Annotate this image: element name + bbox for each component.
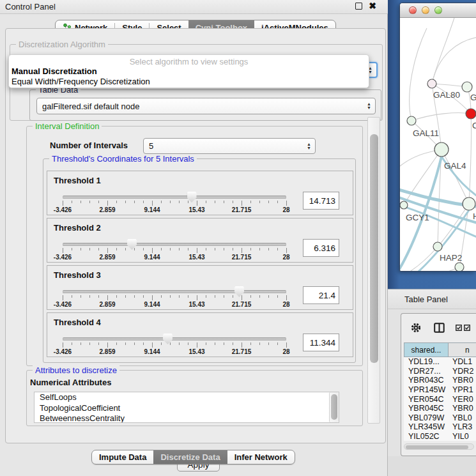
table-row[interactable]: YDR27...YDR2: [404, 367, 476, 376]
gear-icon[interactable]: [410, 322, 422, 334]
interval-definition-title: Interval Definition: [33, 121, 102, 131]
cell-name: YER0: [452, 395, 476, 404]
network-node[interactable]: [462, 82, 472, 92]
cyni-toolbox-panel: Discretization Algorithm ▲▼ Table Data g…: [5, 28, 386, 443]
network-node-gal11[interactable]: [407, 116, 416, 125]
panel-vertical-scrollbar[interactable]: [367, 117, 380, 424]
tab-discretize-data[interactable]: Discretize Data: [153, 450, 227, 464]
scrollbar-thumb[interactable]: [370, 134, 378, 363]
numerical-attributes-list[interactable]: SelfLoopsTopologicalCoefficientBetweenne…: [34, 392, 339, 423]
table-row[interactable]: YLR345WYLR3: [404, 422, 476, 432]
network-window-titlebar: [400, 3, 476, 18]
slider-tick-labels: -3.4262.8599.14415.4321.71528: [63, 206, 286, 214]
threshold-panel-2: Threshold 2-3.4262.8599.14415.4321.71528…: [47, 218, 353, 263]
table-row[interactable]: YBR043CYBR0: [404, 376, 476, 385]
algorithm-option-manual-discretization[interactable]: Manual Discretization: [9, 66, 369, 77]
threshold-label: Threshold 2: [54, 223, 101, 233]
cell-name: YPR1: [452, 385, 476, 394]
node-label: GCY1: [406, 213, 429, 222]
network-node-gal80[interactable]: [427, 79, 436, 88]
threshold-slider[interactable]: [63, 290, 286, 293]
table-body: YDL19...YDL1YDR27...YDR2YBR043CYBR0YPR14…: [404, 357, 476, 441]
cell-name: YLR3: [452, 422, 476, 431]
network-node[interactable]: [455, 263, 464, 272]
table-panel-titlebar: Table Panel: [388, 289, 476, 309]
network-node-gal4[interactable]: [434, 142, 449, 157]
table-row[interactable]: YBR045CYBR0: [404, 404, 476, 413]
network-node-h[interactable]: [463, 197, 475, 210]
threshold-slider[interactable]: [63, 337, 286, 341]
discretization-algorithm-title: Discretization Algorithm: [16, 40, 108, 49]
attribute-item-betweennesscentrality[interactable]: BetweennessCentrality: [35, 413, 330, 423]
table-row[interactable]: YDL19...YDL1: [404, 357, 476, 367]
network-node[interactable]: [466, 109, 476, 119]
number-of-intervals-value: 5: [149, 141, 153, 151]
tab-impute-data[interactable]: Impute Data: [92, 450, 153, 464]
zoom-traffic-light-icon[interactable]: [434, 6, 442, 14]
slider-ticks: [63, 248, 286, 254]
cell-name: YDR2: [452, 367, 476, 376]
cell-name: YDL1: [452, 357, 476, 366]
attribute-item-topologicalcoefficient[interactable]: TopologicalCoefficient: [35, 403, 330, 414]
slider-tick-labels: -3.4262.8599.14415.4321.71528: [63, 301, 286, 309]
number-of-intervals-label: Number of Intervals: [50, 141, 128, 150]
cell-name: YBR0: [452, 376, 476, 385]
cell-name: YIL0: [452, 432, 476, 441]
scrollbar-thumb[interactable]: [406, 445, 468, 449]
threshold-value-field[interactable]: 21.4: [303, 286, 339, 304]
threshold-slider[interactable]: [63, 243, 286, 246]
threshold-panel-4: Threshold 4-3.4262.8599.14415.4321.71528…: [47, 312, 353, 357]
network-canvas[interactable]: GAL80GAL11GAL4GCY1HHAP2GC: [400, 18, 476, 272]
control-panel-titlebar: Control Panel ✖: [0, 0, 388, 14]
network-node-hap2[interactable]: [433, 242, 442, 251]
scrollbar-thumb[interactable]: [331, 394, 337, 420]
algorithm-prompt: Select algorithm to view settings: [9, 55, 369, 66]
checkbox-icon[interactable]: [464, 325, 470, 331]
table-row[interactable]: YPR145WYPR1: [404, 385, 476, 395]
cell-shared-name: YDR27...: [404, 367, 452, 376]
checkbox-icon[interactable]: [456, 325, 462, 331]
threshold-label: Threshold 1: [54, 176, 101, 185]
network-node-gcy1[interactable]: [400, 201, 408, 209]
numerical-attributes-label: Numerical Attributes: [30, 378, 111, 387]
table-row[interactable]: YBL079WYBL0: [404, 413, 476, 423]
slider-ticks: [63, 295, 286, 301]
list-vertical-scrollbar[interactable]: [329, 392, 339, 422]
slider-ticks: [63, 201, 286, 206]
cell-shared-name: YBR043C: [404, 376, 452, 385]
threshold-value-field[interactable]: 14.713: [303, 192, 339, 210]
table-panel-title: Table Panel: [404, 295, 448, 304]
network-view-window[interactable]: GAL80GAL11GAL4GCY1HHAP2GC: [399, 3, 476, 272]
minimize-traffic-light-icon[interactable]: [422, 6, 429, 14]
column-header-shared[interactable]: shared...: [404, 342, 448, 357]
table-header-row: shared... n: [404, 342, 476, 357]
algorithm-dropdown-popup: Select algorithm to view settings Manual…: [8, 54, 369, 88]
threshold-slider[interactable]: [63, 196, 286, 199]
table-data-combobox[interactable]: galFiltered.sif default node ▲▼: [36, 98, 376, 114]
number-of-intervals-combobox[interactable]: 5 ▲▼: [143, 138, 316, 154]
tab-infer-network[interactable]: Infer Network: [227, 450, 295, 464]
table-data-value: galFiltered.sif default node: [42, 102, 139, 111]
table-row[interactable]: YIL052CYIL0: [404, 432, 476, 441]
split-columns-icon[interactable]: [434, 323, 445, 333]
table-toolbar: [401, 314, 476, 342]
algorithm-option-equal-width-frequency-discretization[interactable]: Equal Width/Frequency Discretization: [9, 77, 369, 87]
combo-stepper-icon: ▲▼: [307, 139, 311, 153]
column-header-name[interactable]: n: [448, 342, 476, 357]
control-panel: Control Panel ✖ NetworkStyleSelectCyni T…: [0, 0, 388, 476]
close-traffic-light-icon[interactable]: [409, 6, 417, 14]
float-window-icon[interactable]: [355, 3, 362, 10]
close-icon[interactable]: ✖: [369, 3, 376, 10]
table-horizontal-scrollbar[interactable]: [404, 443, 474, 450]
thresholds-group-title: Threshold's Coordinates for 5 Intervals: [49, 154, 197, 164]
cell-shared-name: YPR145W: [404, 385, 452, 394]
threshold-label: Threshold 4: [54, 318, 101, 327]
threshold-value-field[interactable]: 11.344: [303, 334, 339, 351]
threshold-label: Threshold 3: [54, 270, 101, 280]
panel-title: Control Panel: [5, 2, 56, 12]
threshold-value-field[interactable]: 6.316: [303, 239, 339, 257]
slider-tick-labels: -3.4262.8599.14415.4321.71528: [63, 348, 286, 356]
cell-shared-name: YER054C: [404, 395, 452, 404]
table-row[interactable]: YER054CYER0: [404, 394, 476, 404]
attribute-item-selfloops[interactable]: SelfLoops: [35, 392, 330, 403]
